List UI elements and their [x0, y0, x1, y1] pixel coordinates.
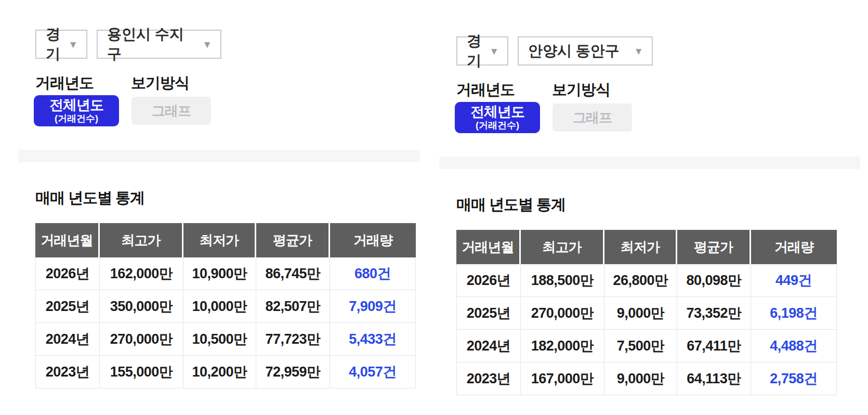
header-average-price: 평균가: [256, 223, 330, 257]
cell-highest: 162,000만: [100, 257, 183, 290]
graph-button[interactable]: 그래프: [553, 103, 632, 132]
cell-average: 73,352만: [677, 297, 751, 330]
cell-highest: 155,000만: [100, 356, 183, 388]
cell-average: 64,113만: [677, 362, 751, 395]
all-years-button-sublabel: (거래건수): [55, 114, 98, 124]
cell-lowest: 7,500만: [604, 330, 677, 362]
cell-highest: 270,000만: [521, 297, 604, 330]
table-row: 2023년 155,000만 10,200만 72,959만 4,057건: [35, 356, 416, 388]
header-volume: 거래량: [751, 230, 837, 264]
cell-volume-link[interactable]: 5,433건: [330, 323, 416, 356]
cell-year: 2025년: [456, 297, 521, 330]
cell-lowest: 9,000만: [604, 297, 677, 330]
cell-highest: 270,000만: [100, 323, 183, 356]
table-header-row: 거래년월 최고가 최저가 평균가 거래량: [35, 223, 416, 257]
cell-year: 2023년: [456, 362, 521, 395]
chevron-down-icon: ▼: [202, 40, 212, 49]
cell-volume-link[interactable]: 2,758건: [751, 362, 837, 395]
header-year-month: 거래년월: [456, 230, 521, 264]
cell-lowest: 10,900만: [183, 257, 256, 290]
cell-lowest: 10,200만: [183, 356, 256, 388]
cell-volume-link[interactable]: 4,488건: [751, 330, 837, 362]
cell-highest: 350,000만: [100, 290, 183, 323]
cell-lowest: 26,800만: [604, 264, 677, 297]
cell-average: 80,098만: [677, 264, 751, 297]
header-year-month: 거래년월: [35, 223, 100, 257]
cell-volume-link[interactable]: 6,198건: [751, 297, 837, 330]
table-row: 2026년 188,500만 26,800만 80,098만 449건: [456, 264, 837, 297]
cell-year: 2025년: [35, 290, 100, 323]
all-years-button[interactable]: 전체년도 (거래건수): [455, 102, 540, 133]
cell-year: 2024년: [35, 323, 100, 356]
transaction-year-label: 거래년도: [456, 80, 515, 100]
cell-average: 72,959만: [256, 356, 330, 388]
cell-volume-link[interactable]: 7,909건: [330, 290, 416, 323]
region-panel-left: 경기 ▼ 용인시 수지구 ▼ 거래년도 보기방식 전체년도 (거래건수) 그래프…: [18, 30, 420, 388]
table-row: 2025년 270,000만 9,000만 73,352만 6,198건: [456, 297, 837, 330]
header-highest-price: 최고가: [100, 223, 183, 257]
cell-volume-link[interactable]: 449건: [751, 264, 837, 297]
filter-buttons-row: 전체년도 (거래건수) 그래프: [439, 102, 860, 133]
table-row: 2024년 270,000만 10,500만 77,723만 5,433건: [35, 323, 416, 356]
cell-highest: 167,000만: [521, 362, 604, 395]
view-mode-label: 보기방식: [131, 73, 189, 94]
section-divider: [18, 150, 420, 162]
cell-average: 82,507만: [256, 290, 330, 323]
table-title: 매매 년도별 통계: [456, 194, 860, 211]
yearly-stats-table: 거래년월 최고가 최저가 평균가 거래량 2026년 188,500만 26,8…: [456, 230, 837, 395]
cell-average: 67,411만: [677, 330, 751, 362]
table-row: 2024년 182,000만 7,500만 67,411만 4,488건: [456, 330, 837, 362]
chevron-down-icon: ▼: [634, 46, 643, 56]
filter-labels-row: 거래년도 보기방식: [439, 80, 860, 96]
district-dropdown-value: 안양시 동안구: [528, 41, 620, 61]
district-dropdown-value: 용인시 수지구: [107, 24, 196, 64]
filter-labels-row: 거래년도 보기방식: [18, 73, 420, 89]
table-row: 2023년 167,000만 9,000만 64,113만 2,758건: [456, 362, 837, 395]
cell-year: 2026년: [456, 264, 521, 297]
region-panel-right: 경기 ▼ 안양시 동안구 ▼ 거래년도 보기방식 전체년도 (거래건수) 그래프…: [439, 36, 860, 395]
header-lowest-price: 최저가: [183, 223, 256, 257]
filter-buttons-row: 전체년도 (거래건수) 그래프: [18, 95, 420, 126]
chevron-down-icon: ▼: [68, 40, 78, 49]
header-average-price: 평균가: [677, 230, 751, 264]
table-title: 매매 년도별 통계: [35, 188, 420, 204]
cell-volume-link[interactable]: 4,057건: [330, 356, 416, 388]
cell-average: 86,745만: [256, 257, 330, 290]
header-lowest-price: 최저가: [604, 230, 677, 264]
province-dropdown[interactable]: 경기 ▼: [35, 30, 87, 59]
province-dropdown-value: 경기: [467, 31, 483, 71]
cell-highest: 182,000만: [521, 330, 604, 362]
graph-button[interactable]: 그래프: [131, 97, 211, 125]
cell-year: 2023년: [35, 356, 100, 388]
header-volume: 거래량: [330, 223, 416, 257]
page: 경기 ▼ 용인시 수지구 ▼ 거래년도 보기방식 전체년도 (거래건수) 그래프…: [0, 0, 868, 415]
transaction-year-label: 거래년도: [35, 73, 94, 94]
cell-volume-link[interactable]: 680건: [330, 257, 416, 290]
all-years-button[interactable]: 전체년도 (거래건수): [34, 95, 119, 126]
cell-average: 77,723만: [256, 323, 330, 356]
district-dropdown[interactable]: 안양시 동안구 ▼: [518, 36, 653, 66]
cell-year: 2024년: [456, 330, 521, 362]
all-years-button-label: 전체년도: [470, 105, 524, 119]
header-highest-price: 최고가: [521, 230, 604, 264]
section-divider: [439, 157, 860, 169]
table-header-row: 거래년월 최고가 최저가 평균가 거래량: [456, 230, 837, 264]
province-dropdown-value: 경기: [46, 24, 62, 64]
cell-lowest: 10,500만: [183, 323, 256, 356]
district-dropdown[interactable]: 용인시 수지구 ▼: [97, 30, 221, 59]
cell-lowest: 10,000만: [183, 290, 256, 323]
region-select-row: 경기 ▼ 안양시 동안구 ▼: [456, 36, 860, 66]
table-row: 2026년 162,000만 10,900만 86,745만 680건: [35, 257, 416, 290]
all-years-button-label: 전체년도: [49, 98, 103, 112]
view-mode-label: 보기방식: [552, 80, 610, 100]
cell-year: 2026년: [35, 257, 100, 290]
all-years-button-sublabel: (거래건수): [476, 121, 519, 131]
cell-highest: 188,500만: [521, 264, 604, 297]
region-select-row: 경기 ▼ 용인시 수지구 ▼: [35, 30, 420, 59]
table-row: 2025년 350,000만 10,000만 82,507만 7,909건: [35, 290, 416, 323]
cell-lowest: 9,000만: [604, 362, 677, 395]
yearly-stats-table: 거래년월 최고가 최저가 평균가 거래량 2026년 162,000만 10,9…: [35, 223, 416, 388]
chevron-down-icon: ▼: [489, 46, 499, 56]
province-dropdown[interactable]: 경기 ▼: [456, 36, 508, 66]
